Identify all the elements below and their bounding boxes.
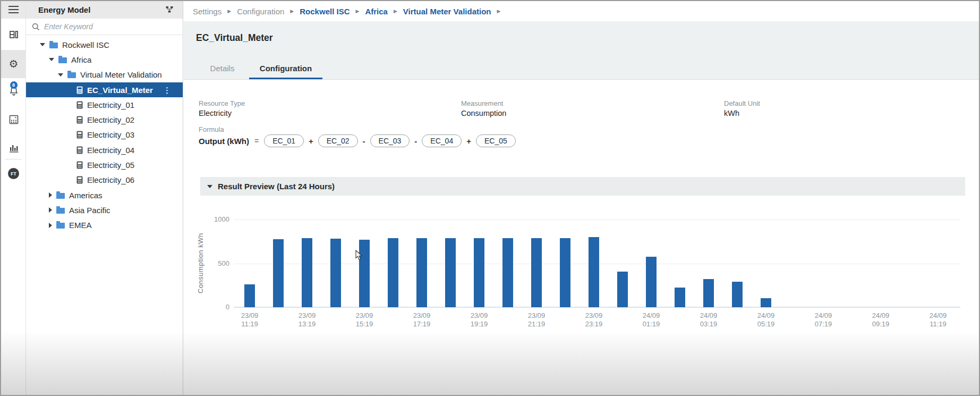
folder-icon: [67, 72, 76, 78]
breadcrumb-item-virtual-meter-validation[interactable]: Virtual Meter Validation: [403, 7, 491, 16]
caret-down-icon[interactable]: [49, 58, 54, 61]
meter-icon: [76, 146, 83, 154]
x-tick-label: 23/0911:19: [226, 311, 274, 328]
tree-item-emea[interactable]: EMEA: [26, 218, 183, 233]
tree-item-americas[interactable]: Americas: [26, 188, 183, 203]
x-tick-time: 03:19: [685, 320, 732, 328]
result-preview-header[interactable]: Result Preview (Last 24 Hours): [200, 177, 965, 196]
kebab-menu-icon[interactable]: ⋮: [163, 86, 171, 94]
formula-chip-ec-02[interactable]: EC_02: [318, 134, 358, 147]
bar-chart-icon: [8, 142, 19, 155]
result-preview-title: Result Preview (Last 24 Hours): [218, 182, 335, 191]
search-input[interactable]: [44, 22, 161, 31]
x-tick-time: 11:19: [914, 320, 962, 328]
chart-bar: [474, 238, 484, 307]
field-default-unit: Default Unit kWh: [724, 99, 760, 117]
settings-button[interactable]: ⚙: [1, 53, 26, 74]
formula-chip-ec-03[interactable]: EC_03: [370, 134, 410, 147]
breadcrumb-separator-icon: ▶: [355, 9, 359, 14]
chart-bar: [244, 284, 255, 307]
tree-item-asia-pacific[interactable]: Asia Pacific: [26, 203, 183, 217]
x-tick-label: 23/0919:19: [455, 311, 503, 328]
caret-down-icon[interactable]: [58, 73, 63, 77]
x-tick-date: 23/09: [455, 311, 503, 320]
meter-icon: [76, 86, 83, 94]
tree-item-electricity-06[interactable]: Electricity_06: [26, 173, 183, 188]
tree-item-label: Americas: [69, 191, 103, 200]
chart-bar: [416, 238, 427, 307]
meter-icon: [76, 101, 83, 109]
y-tick-label: 1000: [206, 215, 229, 223]
caret-right-icon[interactable]: [49, 192, 52, 198]
breadcrumb-separator-icon: ▶: [227, 9, 231, 14]
main-content: Settings▶Configuration▶Rockwell ISC▶Afri…: [184, 1, 979, 395]
x-tick-time: 13:19: [283, 320, 331, 328]
tree-item-electricity-01[interactable]: Electricity_01: [26, 97, 183, 112]
x-tick-time: 23:19: [570, 320, 618, 328]
tree-item-label: EC_Virtual_Meter: [87, 86, 153, 95]
x-tick-time: 11:19: [226, 320, 274, 328]
analytics-button[interactable]: [1, 138, 26, 159]
x-tick-label: 23/0915:19: [340, 311, 388, 328]
chart-bar: [703, 279, 714, 307]
formula-operator: -: [414, 137, 417, 146]
tree-item-rockwell-isc[interactable]: Rockwell ISC: [26, 37, 183, 52]
x-tick-date: 24/09: [742, 311, 790, 320]
dashboard-button[interactable]: [1, 25, 26, 46]
app-window: ⚙ 8: [0, 0, 980, 396]
tree-item-electricity-05[interactable]: Electricity_05: [26, 157, 183, 172]
chart-bar: [502, 238, 513, 307]
notifications-button[interactable]: 8: [1, 81, 26, 103]
x-tick-date: 24/09: [857, 311, 905, 320]
breadcrumb-item-africa[interactable]: Africa: [365, 7, 388, 16]
tab-details[interactable]: Details: [200, 57, 245, 79]
x-tick-time: 15:19: [340, 320, 388, 328]
caret-right-icon[interactable]: [49, 207, 52, 213]
formula-output-label: Output (kWh): [199, 137, 249, 146]
field-measurement: Measurement Consumption: [461, 99, 506, 117]
formula-operator: +: [466, 137, 471, 146]
chart-bar: [761, 298, 771, 307]
formula-chip-ec-04[interactable]: EC_04: [422, 134, 462, 147]
factorytalk-logo[interactable]: FT: [8, 168, 19, 179]
x-tick-date: 24/09: [685, 311, 732, 320]
tree-item-virtual-meter-validation[interactable]: Virtual Meter Validation: [26, 68, 183, 82]
formula-row: Output (kWh) = EC_01+EC_02-EC_03-EC_04+E…: [199, 134, 516, 147]
tree-item-electricity-02[interactable]: Electricity_02: [26, 112, 183, 127]
formula-chip-ec-01[interactable]: EC_01: [264, 134, 304, 147]
tree-item-label: Virtual Meter Validation: [80, 70, 162, 79]
field-value: Electricity: [199, 109, 245, 117]
formula-chip-ec-05[interactable]: EC_05: [476, 134, 516, 147]
meter-panel-button[interactable]: [1, 110, 26, 131]
breadcrumb-item-rockwell-isc[interactable]: Rockwell ISC: [300, 7, 350, 16]
energy-model-sidebar: Energy Model Rockwell ISCAfricaVirtual M…: [26, 1, 183, 395]
tree-item-label: Rockwell ISC: [62, 40, 109, 49]
breadcrumb-item-settings[interactable]: Settings: [193, 7, 221, 16]
caret-right-icon[interactable]: [49, 223, 52, 228]
hamburger-menu-button[interactable]: [1, 0, 26, 21]
rail-divider: [5, 159, 22, 159]
gear-icon: ⚙: [9, 57, 19, 70]
tree-item-ec-virtual-meter[interactable]: EC_Virtual_Meter⋮: [26, 82, 183, 97]
chart-bar: [617, 272, 628, 307]
notification-badge: 8: [10, 81, 18, 89]
tree-item-label: Electricity_02: [87, 115, 134, 124]
x-axis-line: [234, 307, 960, 308]
tree-item-electricity-04[interactable]: Electricity_04: [26, 142, 183, 157]
tab-bar: Details Configuration: [200, 57, 322, 79]
breadcrumb-item-configuration[interactable]: Configuration: [237, 7, 284, 16]
meter-icon: [76, 131, 83, 139]
gridline: [234, 220, 960, 220]
x-tick-date: 24/09: [799, 311, 847, 320]
folder-icon: [49, 43, 58, 48]
tree-item-africa[interactable]: Africa: [26, 52, 183, 67]
hierarchy-icon[interactable]: [165, 5, 174, 14]
tree-item-label: Electricity_01: [87, 100, 134, 109]
tree-item-label: Africa: [71, 55, 91, 64]
meter-icon: [76, 161, 83, 169]
tab-configuration[interactable]: Configuration: [249, 57, 322, 79]
caret-down-icon[interactable]: [40, 43, 45, 46]
x-tick-date: 23/09: [398, 311, 446, 320]
tree-item-electricity-03[interactable]: Electricity_03: [26, 128, 183, 142]
hamburger-menu-icon: [8, 6, 19, 15]
